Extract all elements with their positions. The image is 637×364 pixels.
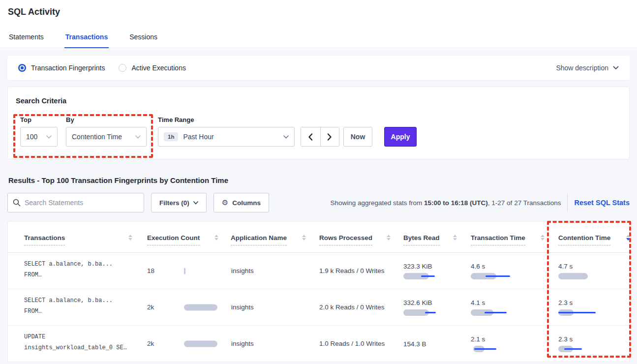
col-header-application-name[interactable]: Application Name [231, 234, 287, 245]
filters-label: Filters (0) [159, 199, 189, 207]
columns-label: Columns [232, 199, 261, 207]
chevron-down-icon [135, 135, 141, 139]
transaction-time-cell: 2.1 s [471, 335, 515, 352]
transaction-time-bar [471, 273, 515, 279]
table-row: SELECT a.balance, b.ba...FROM… 2k insigh… [8, 289, 629, 326]
reset-sql-stats-link[interactable]: Reset SQL Stats [574, 199, 630, 207]
results-toolbar: Filters (0) ⚙ Columns Showing aggregated… [7, 193, 630, 212]
time-step-group [301, 127, 339, 147]
show-description-label: Show description [556, 64, 608, 72]
rows-processed-value: 1.9 k Reads / 0 Writes [319, 253, 385, 289]
search-box [7, 193, 144, 212]
chevron-down-icon [193, 201, 198, 205]
by-label: By [66, 116, 74, 123]
col-header-transaction-time[interactable]: Transaction Time [471, 234, 525, 245]
execution-count-bar [184, 304, 218, 310]
top-label: Top [20, 116, 31, 123]
col-header-rows-processed[interactable]: Rows Processed [319, 234, 372, 245]
transaction-time-bar [471, 309, 515, 316]
radio-active-executions[interactable]: Active Executions [119, 64, 186, 72]
radio-unselected-icon [119, 64, 126, 72]
toolbar-divider [567, 194, 568, 211]
execution-count-bar [184, 340, 218, 347]
time-range-value-wrap: 1h Past Hour [164, 132, 214, 141]
sort-icon-execution-count[interactable] [214, 235, 218, 241]
by-select[interactable]: Contention Time [66, 127, 147, 147]
chevron-down-icon [283, 135, 289, 139]
view-toggle-bar: Transaction Fingerprints Active Executio… [7, 56, 630, 80]
top-select[interactable]: 100 [20, 127, 58, 147]
aggregated-stats-text: Showing aggregated stats from 15:00 to 1… [330, 199, 561, 207]
page-title: SQL Activity [8, 7, 629, 17]
transaction-time-bar [471, 346, 515, 352]
transaction-fingerprint-link[interactable]: SELECT a.balance, b.ba...FROM… [24, 295, 113, 317]
rows-processed-value: 2.0 k Reads / 0 Writes [319, 289, 385, 325]
col-header-bytes-read[interactable]: Bytes Read [403, 234, 440, 245]
transaction-fingerprint-link[interactable]: SELECT a.balance, b.ba...FROM… [24, 259, 113, 280]
contention-time-bar [558, 273, 603, 279]
bytes-read-bar [403, 273, 448, 279]
filters-button[interactable]: Filters (0) [151, 193, 207, 212]
sort-icon-bytes-read[interactable] [453, 235, 457, 241]
sql-activity-page: SQL Activity Statements Transactions Ses… [0, 0, 637, 364]
col-header-transactions[interactable]: Transactions [24, 234, 65, 245]
col-header-contention-time[interactable]: Contention Time [558, 234, 610, 245]
tab-sessions[interactable]: Sessions [128, 29, 158, 48]
time-prev-button[interactable] [301, 127, 320, 146]
tab-bar: Statements Transactions Sessions [0, 29, 637, 48]
application-name-value: insights [231, 289, 254, 325]
tab-statements[interactable]: Statements [8, 29, 45, 48]
contention-time-bar [558, 309, 603, 316]
transactions-table: Transactions Execution Count Application… [7, 221, 630, 362]
by-select-value: Contention Time [72, 133, 122, 141]
col-header-execution-count[interactable]: Execution Count [147, 234, 200, 245]
contention-time-bar [558, 346, 603, 352]
search-criteria-heading: Search Criteria [16, 97, 66, 105]
bytes-read-cell: 154.3 B [403, 340, 426, 347]
contention-time-cell: 2.3 s [558, 299, 603, 316]
search-icon [13, 199, 21, 207]
radio-selected-icon [18, 64, 26, 72]
sort-icon-rows-processed[interactable] [387, 235, 391, 241]
sort-icon-transactions[interactable] [128, 235, 132, 241]
application-name-value: insights [231, 326, 254, 362]
contention-time-cell: 2.3 s [558, 335, 603, 352]
sort-icon-application-name[interactable] [302, 235, 306, 241]
columns-button[interactable]: ⚙ Columns [213, 193, 269, 212]
transaction-time-cell: 4.1 s [471, 299, 515, 316]
chevron-right-icon [327, 133, 332, 141]
chevron-down-icon [46, 135, 52, 139]
transaction-time-cell: 4.6 s [471, 263, 515, 279]
stats-time-range: 15:00 to 16:18 (UTC) [424, 199, 488, 207]
execution-count-value: 2k [147, 289, 154, 325]
top-select-value: 100 [26, 133, 37, 141]
rows-processed-value: 1.0 Reads / 1.0 Writes [319, 326, 385, 362]
page-body: Transaction Fingerprints Active Executio… [0, 49, 637, 364]
table-row: SELECT a.balance, b.ba...FROM… 18 insigh… [8, 253, 629, 289]
bytes-read-cell: 323.3 KiB [403, 263, 448, 279]
radio-label: Active Executions [131, 64, 186, 72]
sort-icon-transaction-time[interactable] [541, 235, 545, 241]
table-header-row: Transactions Execution Count Application… [8, 221, 629, 253]
time-range-select[interactable]: 1h Past Hour [158, 127, 295, 147]
bytes-read-cell: 332.6 KiB [403, 299, 448, 316]
chevron-down-icon [613, 66, 619, 70]
execution-count-bar [184, 268, 218, 274]
bytes-read-bar [403, 309, 448, 316]
results-heading: Results - Top 100 Transaction Fingerprin… [7, 176, 630, 184]
apply-button[interactable]: Apply [384, 127, 417, 147]
now-button[interactable]: Now [343, 127, 372, 147]
sort-icon-contention-time[interactable] [626, 235, 630, 241]
search-input[interactable] [7, 193, 144, 212]
contention-time-cell: 4.7 s [558, 263, 603, 279]
transaction-fingerprint-link[interactable]: UPDATEinsights_workload_table_0 SE… [24, 332, 127, 353]
application-name-value: insights [231, 253, 254, 289]
toolbar-right: Showing aggregated stats from 15:00 to 1… [330, 194, 630, 211]
radio-transaction-fingerprints[interactable]: Transaction Fingerprints [18, 64, 105, 72]
chevron-left-icon [308, 133, 313, 141]
tab-transactions[interactable]: Transactions [64, 29, 109, 48]
time-next-button[interactable] [320, 127, 339, 146]
execution-count-value: 18 [147, 253, 154, 289]
show-description-toggle[interactable]: Show description [556, 64, 619, 72]
time-range-label: Time Range [158, 116, 194, 123]
